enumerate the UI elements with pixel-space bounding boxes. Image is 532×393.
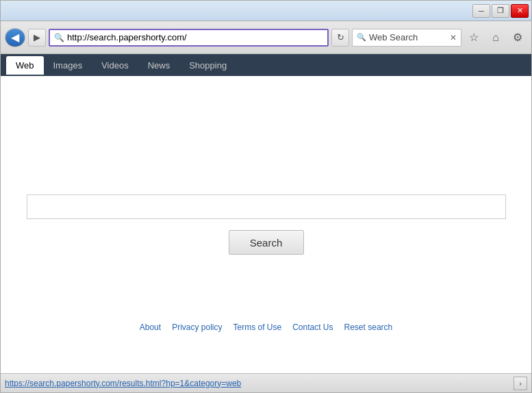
browser-search-label: Web Search — [369, 32, 447, 42]
search-tab-icon: 🔍 — [357, 33, 366, 42]
status-bar: https://search.papershorty.com/results.h… — [1, 373, 531, 392]
title-bar: ─ ❐ ✕ — [1, 1, 531, 21]
refresh-icon: ↻ — [337, 32, 344, 42]
back-icon: ◀ — [11, 31, 19, 44]
footer-about[interactable]: About — [140, 322, 161, 332]
footer-terms[interactable]: Terms of Use — [233, 322, 281, 332]
content-area: Search About Privacy policy Terms of Use… — [1, 76, 531, 373]
tab-web[interactable]: Web — [6, 56, 44, 75]
star-icon: ☆ — [469, 31, 479, 44]
url-input[interactable] — [67, 32, 323, 42]
url-field-wrapper: 🔍 — [49, 29, 329, 47]
browser-search-wrapper: 🔍 Web Search ✕ — [352, 29, 461, 47]
refresh-button[interactable]: ↻ — [331, 29, 349, 47]
tab-videos[interactable]: Videos — [92, 56, 138, 75]
minimize-button[interactable]: ─ — [472, 4, 490, 18]
forward-icon: ▶ — [34, 32, 40, 42]
tab-shopping[interactable]: Shopping — [179, 56, 236, 75]
footer-reset[interactable]: Reset search — [344, 322, 393, 332]
nav-tabs: Web Images Videos News Shopping — [1, 54, 531, 76]
status-url: https://search.papershorty.com/results.h… — [5, 379, 511, 388]
search-input-wrapper — [27, 194, 506, 219]
search-button[interactable]: Search — [229, 230, 304, 255]
title-bar-buttons: ─ ❐ ✕ — [472, 4, 529, 18]
browser-window: ─ ❐ ✕ ◀ ▶ 🔍 ↻ 🔍 Web Search ✕ — [0, 0, 532, 393]
address-bar-area: ◀ ▶ 🔍 ↻ 🔍 Web Search ✕ ☆ ⌂ — [1, 21, 531, 54]
footer-privacy[interactable]: Privacy policy — [172, 322, 222, 332]
close-button[interactable]: ✕ — [511, 4, 529, 18]
browser-search-inner: 🔍 Web Search ✕ — [357, 32, 457, 42]
home-icon: ⌂ — [492, 31, 499, 44]
settings-button[interactable]: ⚙ — [508, 28, 527, 47]
footer-links: About Privacy policy Terms of Use Contac… — [1, 322, 531, 332]
home-button[interactable]: ⌂ — [486, 28, 505, 47]
favorites-button[interactable]: ☆ — [464, 28, 483, 47]
gear-icon: ⚙ — [513, 31, 522, 44]
footer-contact[interactable]: Contact Us — [292, 322, 333, 332]
browser-search-close[interactable]: ✕ — [450, 33, 457, 42]
status-scroll-right[interactable]: › — [514, 377, 527, 390]
tab-news[interactable]: News — [138, 56, 180, 75]
tab-images[interactable]: Images — [44, 56, 92, 75]
url-magnifier-icon: 🔍 — [54, 33, 64, 42]
forward-button[interactable]: ▶ — [28, 29, 46, 47]
restore-button[interactable]: ❐ — [492, 4, 509, 18]
search-input[interactable] — [33, 201, 500, 212]
back-button[interactable]: ◀ — [5, 28, 25, 47]
main-wrapper: Search About Privacy policy Terms of Use… — [1, 76, 531, 392]
